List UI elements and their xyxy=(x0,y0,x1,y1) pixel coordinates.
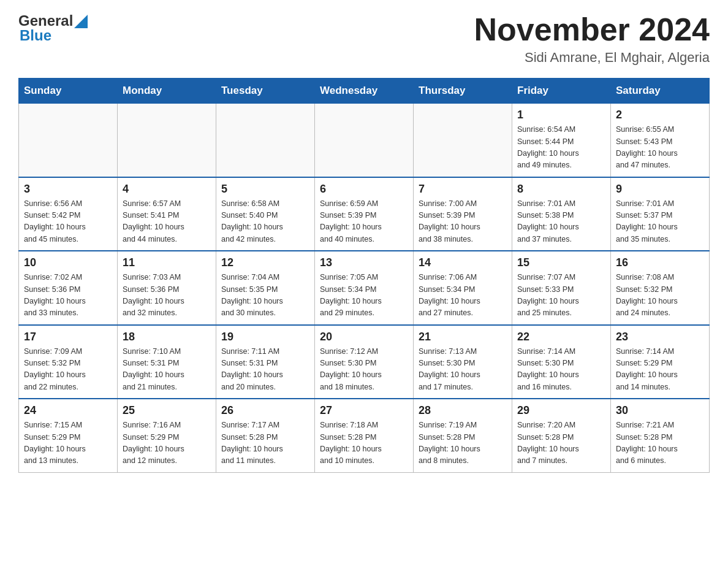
calendar-cell: 6Sunrise: 6:59 AM Sunset: 5:39 PM Daylig… xyxy=(315,177,414,251)
day-info: Sunrise: 6:57 AM Sunset: 5:41 PM Dayligh… xyxy=(123,198,211,246)
calendar-cell: 12Sunrise: 7:04 AM Sunset: 5:35 PM Dayli… xyxy=(216,251,315,325)
day-info: Sunrise: 7:19 AM Sunset: 5:28 PM Dayligh… xyxy=(419,419,507,467)
day-number: 27 xyxy=(320,404,408,417)
day-number: 28 xyxy=(419,404,507,417)
calendar-cell: 10Sunrise: 7:02 AM Sunset: 5:36 PM Dayli… xyxy=(19,251,118,325)
day-info: Sunrise: 7:17 AM Sunset: 5:28 PM Dayligh… xyxy=(221,419,309,467)
day-info: Sunrise: 7:14 AM Sunset: 5:29 PM Dayligh… xyxy=(616,346,704,394)
weekday-header-tuesday: Tuesday xyxy=(216,79,315,104)
day-info: Sunrise: 6:55 AM Sunset: 5:43 PM Dayligh… xyxy=(616,124,704,172)
day-number: 29 xyxy=(517,404,605,417)
calendar-cell: 27Sunrise: 7:18 AM Sunset: 5:28 PM Dayli… xyxy=(315,399,414,472)
day-info: Sunrise: 7:15 AM Sunset: 5:29 PM Dayligh… xyxy=(24,419,112,467)
day-info: Sunrise: 7:03 AM Sunset: 5:36 PM Dayligh… xyxy=(123,272,211,320)
day-info: Sunrise: 7:16 AM Sunset: 5:29 PM Dayligh… xyxy=(123,419,211,467)
day-number: 14 xyxy=(419,256,507,269)
day-info: Sunrise: 7:07 AM Sunset: 5:33 PM Dayligh… xyxy=(517,272,605,320)
calendar-cell: 29Sunrise: 7:20 AM Sunset: 5:28 PM Dayli… xyxy=(512,399,611,472)
day-number: 17 xyxy=(24,331,112,343)
day-number: 23 xyxy=(616,331,704,343)
calendar-table: SundayMondayTuesdayWednesdayThursdayFrid… xyxy=(18,78,710,473)
day-info: Sunrise: 7:13 AM Sunset: 5:30 PM Dayligh… xyxy=(419,346,507,394)
day-number: 9 xyxy=(616,183,704,196)
day-number: 12 xyxy=(221,256,309,269)
calendar-cell: 8Sunrise: 7:01 AM Sunset: 5:38 PM Daylig… xyxy=(512,177,611,251)
calendar-week-row: 10Sunrise: 7:02 AM Sunset: 5:36 PM Dayli… xyxy=(19,251,710,325)
calendar-cell: 15Sunrise: 7:07 AM Sunset: 5:33 PM Dayli… xyxy=(512,251,611,325)
calendar-cell xyxy=(414,104,512,177)
day-info: Sunrise: 7:11 AM Sunset: 5:31 PM Dayligh… xyxy=(221,346,309,394)
calendar-cell: 11Sunrise: 7:03 AM Sunset: 5:36 PM Dayli… xyxy=(118,251,216,325)
title-block: November 2024 Sidi Amrane, El Mghair, Al… xyxy=(474,12,710,66)
logo-triangle-icon xyxy=(74,15,88,28)
calendar-cell: 21Sunrise: 7:13 AM Sunset: 5:30 PM Dayli… xyxy=(414,325,512,399)
day-number: 18 xyxy=(123,331,211,343)
day-info: Sunrise: 6:58 AM Sunset: 5:40 PM Dayligh… xyxy=(221,198,309,246)
day-info: Sunrise: 7:06 AM Sunset: 5:34 PM Dayligh… xyxy=(419,272,507,320)
day-number: 24 xyxy=(24,404,112,417)
day-number: 15 xyxy=(517,256,605,269)
calendar-cell xyxy=(216,104,315,177)
day-number: 13 xyxy=(320,256,408,269)
day-number: 4 xyxy=(123,183,211,196)
day-number: 10 xyxy=(24,256,112,269)
day-number: 19 xyxy=(221,331,309,343)
weekday-header-friday: Friday xyxy=(512,79,611,104)
calendar-cell: 17Sunrise: 7:09 AM Sunset: 5:32 PM Dayli… xyxy=(19,325,118,399)
day-number: 3 xyxy=(24,183,112,196)
day-number: 1 xyxy=(517,109,605,121)
day-number: 22 xyxy=(517,331,605,343)
calendar-week-row: 17Sunrise: 7:09 AM Sunset: 5:32 PM Dayli… xyxy=(19,325,710,399)
day-info: Sunrise: 7:09 AM Sunset: 5:32 PM Dayligh… xyxy=(24,346,112,394)
day-number: 6 xyxy=(320,183,408,196)
day-number: 5 xyxy=(221,183,309,196)
calendar-cell: 16Sunrise: 7:08 AM Sunset: 5:32 PM Dayli… xyxy=(611,251,710,325)
calendar-cell: 30Sunrise: 7:21 AM Sunset: 5:28 PM Dayli… xyxy=(611,399,710,472)
day-number: 8 xyxy=(517,183,605,196)
day-number: 21 xyxy=(419,331,507,343)
weekday-header-wednesday: Wednesday xyxy=(315,79,414,104)
day-number: 30 xyxy=(616,404,704,417)
calendar-cell: 19Sunrise: 7:11 AM Sunset: 5:31 PM Dayli… xyxy=(216,325,315,399)
calendar-week-row: 24Sunrise: 7:15 AM Sunset: 5:29 PM Dayli… xyxy=(19,399,710,472)
day-info: Sunrise: 7:05 AM Sunset: 5:34 PM Dayligh… xyxy=(320,272,408,320)
weekday-header-saturday: Saturday xyxy=(611,79,710,104)
day-info: Sunrise: 7:01 AM Sunset: 5:37 PM Dayligh… xyxy=(616,198,704,246)
calendar-cell: 3Sunrise: 6:56 AM Sunset: 5:42 PM Daylig… xyxy=(19,177,118,251)
weekday-header-monday: Monday xyxy=(118,79,216,104)
calendar-cell: 13Sunrise: 7:05 AM Sunset: 5:34 PM Dayli… xyxy=(315,251,414,325)
calendar-cell: 1Sunrise: 6:54 AM Sunset: 5:44 PM Daylig… xyxy=(512,104,611,177)
calendar-cell: 9Sunrise: 7:01 AM Sunset: 5:37 PM Daylig… xyxy=(611,177,710,251)
day-number: 16 xyxy=(616,256,704,269)
calendar-cell: 14Sunrise: 7:06 AM Sunset: 5:34 PM Dayli… xyxy=(414,251,512,325)
weekday-header-thursday: Thursday xyxy=(414,79,512,104)
day-info: Sunrise: 7:20 AM Sunset: 5:28 PM Dayligh… xyxy=(517,419,605,467)
day-info: Sunrise: 6:56 AM Sunset: 5:42 PM Dayligh… xyxy=(24,198,112,246)
logo-blue-text: Blue xyxy=(20,27,51,44)
calendar-cell: 2Sunrise: 6:55 AM Sunset: 5:43 PM Daylig… xyxy=(611,104,710,177)
calendar-cell: 4Sunrise: 6:57 AM Sunset: 5:41 PM Daylig… xyxy=(118,177,216,251)
calendar-cell: 5Sunrise: 6:58 AM Sunset: 5:40 PM Daylig… xyxy=(216,177,315,251)
day-number: 25 xyxy=(123,404,211,417)
svg-marker-0 xyxy=(74,15,88,28)
calendar-cell: 22Sunrise: 7:14 AM Sunset: 5:30 PM Dayli… xyxy=(512,325,611,399)
logo: General Blue xyxy=(18,12,88,44)
month-title: November 2024 xyxy=(474,12,710,47)
day-number: 7 xyxy=(419,183,507,196)
day-number: 20 xyxy=(320,331,408,343)
calendar-cell: 7Sunrise: 7:00 AM Sunset: 5:39 PM Daylig… xyxy=(414,177,512,251)
calendar-cell: 20Sunrise: 7:12 AM Sunset: 5:30 PM Dayli… xyxy=(315,325,414,399)
day-number: 26 xyxy=(221,404,309,417)
calendar-cell xyxy=(19,104,118,177)
calendar-week-row: 1Sunrise: 6:54 AM Sunset: 5:44 PM Daylig… xyxy=(19,104,710,177)
day-info: Sunrise: 6:59 AM Sunset: 5:39 PM Dayligh… xyxy=(320,198,408,246)
day-info: Sunrise: 7:18 AM Sunset: 5:28 PM Dayligh… xyxy=(320,419,408,467)
day-info: Sunrise: 7:00 AM Sunset: 5:39 PM Dayligh… xyxy=(419,198,507,246)
day-info: Sunrise: 7:01 AM Sunset: 5:38 PM Dayligh… xyxy=(517,198,605,246)
day-info: Sunrise: 6:54 AM Sunset: 5:44 PM Dayligh… xyxy=(517,124,605,172)
calendar-cell: 25Sunrise: 7:16 AM Sunset: 5:29 PM Dayli… xyxy=(118,399,216,472)
day-info: Sunrise: 7:14 AM Sunset: 5:30 PM Dayligh… xyxy=(517,346,605,394)
location-subtitle: Sidi Amrane, El Mghair, Algeria xyxy=(474,50,710,66)
day-info: Sunrise: 7:04 AM Sunset: 5:35 PM Dayligh… xyxy=(221,272,309,320)
day-info: Sunrise: 7:02 AM Sunset: 5:36 PM Dayligh… xyxy=(24,272,112,320)
